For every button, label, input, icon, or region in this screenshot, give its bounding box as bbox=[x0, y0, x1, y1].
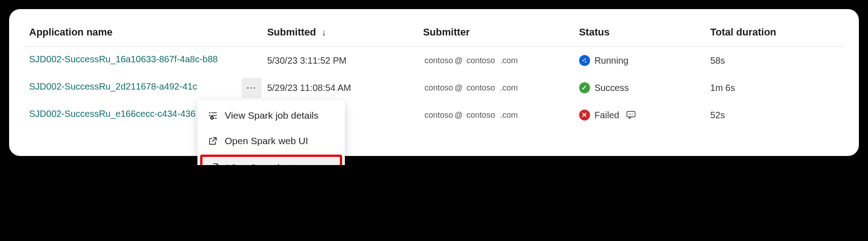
running-icon bbox=[579, 55, 590, 66]
table-row[interactable]: SJD002-SuccessRu_e166cecc-c434-436 conto… bbox=[24, 101, 844, 129]
menu-open-spark-ui[interactable]: Open Spark web UI bbox=[197, 128, 345, 154]
success-icon: ✓ bbox=[579, 82, 590, 93]
more-actions-button[interactable]: ⋯ bbox=[242, 78, 262, 98]
column-header-duration-label: Total duration bbox=[710, 26, 776, 38]
jobs-card: Application name Submitted ↓ Submitter S… bbox=[9, 9, 859, 156]
svg-point-4 bbox=[629, 114, 630, 115]
message-icon[interactable] bbox=[626, 111, 636, 119]
column-header-name-label: Application name bbox=[29, 26, 112, 38]
svg-point-6 bbox=[632, 114, 633, 115]
menu-view-snapshot[interactable]: View Snapshot bbox=[200, 155, 342, 165]
submitter-cell: contoso@ contoso .com bbox=[418, 101, 574, 129]
table-row[interactable]: SJD002-SuccessRu_2d211678-a492-41c ⋯ 5/2… bbox=[24, 74, 844, 101]
column-header-submitter-label: Submitter bbox=[423, 26, 470, 38]
table-row[interactable]: SJD002-SuccessRu_16a10633-867f-4a8c-b88 … bbox=[24, 47, 844, 75]
snapshot-icon bbox=[210, 162, 221, 165]
column-header-name[interactable]: Application name bbox=[24, 20, 262, 47]
svg-point-7 bbox=[209, 112, 211, 114]
application-link[interactable]: SJD002-SuccessRu_2d211678-a492-41c bbox=[29, 81, 197, 92]
submitter-cell: contoso@ contoso .com bbox=[418, 74, 574, 101]
menu-item-label: Open Spark web UI bbox=[225, 136, 308, 146]
svg-point-2 bbox=[585, 61, 586, 62]
status-label: Running bbox=[595, 55, 629, 66]
application-link[interactable]: SJD002-SuccessRu_e166cecc-c434-436 bbox=[29, 109, 196, 119]
column-header-status-label: Status bbox=[579, 26, 610, 38]
status-label: Failed bbox=[595, 110, 619, 120]
menu-item-label: View Snapshot bbox=[227, 162, 291, 165]
menu-item-label: View Spark job details bbox=[225, 110, 318, 121]
list-details-icon bbox=[207, 110, 218, 121]
column-header-duration[interactable]: Total duration bbox=[705, 20, 844, 47]
duration-cell: 58s bbox=[705, 47, 844, 75]
duration-cell: 1m 6s bbox=[705, 74, 844, 101]
submitted-cell: 5/30/23 3:11:52 PM bbox=[262, 47, 418, 75]
ellipsis-icon: ⋯ bbox=[246, 82, 257, 94]
row-context-menu: View Spark job details Open Spark web UI… bbox=[197, 100, 345, 165]
failed-icon: ✕ bbox=[579, 110, 590, 120]
svg-point-5 bbox=[631, 114, 631, 115]
duration-cell: 52s bbox=[705, 101, 844, 129]
menu-view-job-details[interactable]: View Spark job details bbox=[197, 103, 345, 128]
sort-desc-icon: ↓ bbox=[322, 27, 326, 38]
svg-point-0 bbox=[582, 60, 584, 61]
column-header-submitter[interactable]: Submitter bbox=[418, 20, 574, 47]
submitted-cell: 5/29/23 11:08:54 AM bbox=[262, 74, 418, 101]
column-header-submitted[interactable]: Submitted ↓ bbox=[262, 20, 418, 47]
svg-point-9 bbox=[209, 115, 211, 116]
status-label: Success bbox=[595, 83, 629, 93]
jobs-table: Application name Submitted ↓ Submitter S… bbox=[24, 20, 844, 129]
submitter-cell: contoso@ contoso .com bbox=[418, 47, 574, 75]
svg-point-1 bbox=[584, 58, 585, 60]
application-link[interactable]: SJD002-SuccessRu_16a10633-867f-4a8c-b88 bbox=[29, 54, 218, 65]
column-header-status[interactable]: Status bbox=[574, 20, 705, 47]
column-header-submitted-label: Submitted bbox=[267, 26, 316, 38]
external-link-icon bbox=[207, 136, 218, 146]
